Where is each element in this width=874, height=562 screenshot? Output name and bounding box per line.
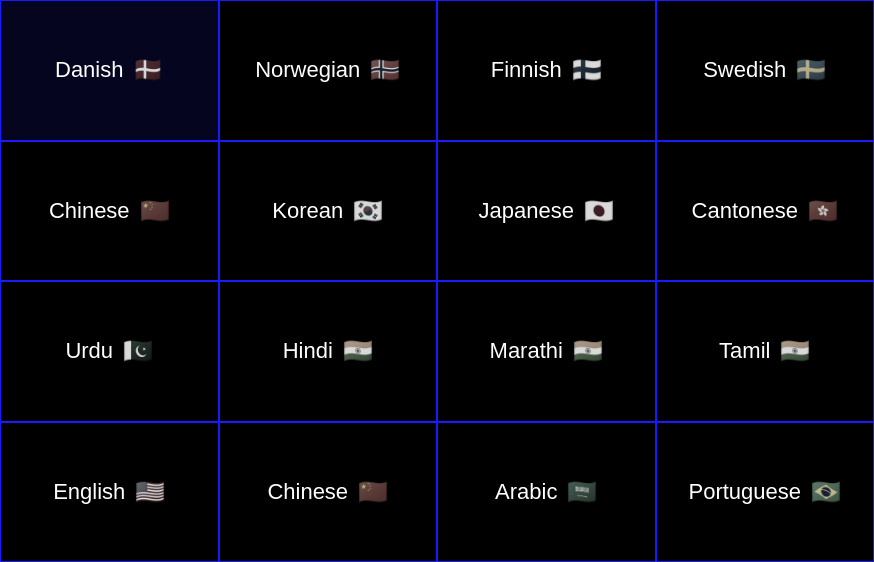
language-label-chinese: Chinese (267, 479, 348, 505)
language-label-finnish: Finnish (491, 57, 562, 83)
language-flag-finnish: 🇫🇮 (572, 56, 602, 84)
language-label-korean: Korean (272, 198, 343, 224)
language-cell-japanese[interactable]: Japanese🇯🇵 (437, 141, 656, 282)
language-label-tamil: Tamil (719, 338, 770, 364)
language-label-arabic: Arabic (495, 479, 557, 505)
language-flag-japanese: 🇯🇵 (584, 197, 614, 225)
language-cell-tamil[interactable]: Tamil🇮🇳 (656, 281, 875, 422)
language-label-portuguese: Portuguese (688, 479, 801, 505)
language-flag-cantonese: 🇭🇰 (808, 197, 838, 225)
language-cell-swedish[interactable]: Swedish🇸🇪 (656, 0, 875, 141)
language-label-marathi: Marathi (490, 338, 563, 364)
language-cell-hindi[interactable]: Hindi🇮🇳 (219, 281, 438, 422)
language-flag-norwegian: 🇳🇴 (370, 56, 400, 84)
language-label-danish: Danish (55, 57, 123, 83)
language-flag-urdu: 🇵🇰 (123, 337, 153, 365)
language-label-urdu: Urdu (65, 338, 113, 364)
language-label-japanese: Japanese (479, 198, 574, 224)
language-cell-norwegian[interactable]: Norwegian🇳🇴 (219, 0, 438, 141)
language-grid: Danish🇩🇰Norwegian🇳🇴Finnish🇫🇮Swedish🇸🇪Chi… (0, 0, 874, 562)
language-label-chinese-cn: Chinese (49, 198, 130, 224)
language-label-english: English (53, 479, 125, 505)
language-flag-chinese: 🇨🇳 (358, 478, 388, 506)
language-cell-finnish[interactable]: Finnish🇫🇮 (437, 0, 656, 141)
language-cell-chinese-cn[interactable]: Chinese🇨🇳 (0, 141, 219, 282)
language-flag-hindi: 🇮🇳 (343, 337, 373, 365)
language-flag-chinese-cn: 🇨🇳 (140, 197, 170, 225)
language-flag-arabic: 🇸🇦 (567, 478, 597, 506)
language-flag-korean: 🇰🇷 (353, 197, 383, 225)
language-cell-marathi[interactable]: Marathi🇮🇳 (437, 281, 656, 422)
language-cell-english[interactable]: English🇺🇸 (0, 422, 219, 563)
language-flag-marathi: 🇮🇳 (573, 337, 603, 365)
language-flag-english: 🇺🇸 (135, 478, 165, 506)
language-label-hindi: Hindi (283, 338, 333, 364)
language-cell-urdu[interactable]: Urdu🇵🇰 (0, 281, 219, 422)
language-cell-portuguese[interactable]: Portuguese🇧🇷 (656, 422, 875, 563)
language-label-swedish: Swedish (703, 57, 786, 83)
language-cell-chinese[interactable]: Chinese🇨🇳 (219, 422, 438, 563)
language-cell-cantonese[interactable]: Cantonese🇭🇰 (656, 141, 875, 282)
language-label-norwegian: Norwegian (255, 57, 360, 83)
language-flag-tamil: 🇮🇳 (780, 337, 810, 365)
language-flag-swedish: 🇸🇪 (796, 56, 826, 84)
language-cell-arabic[interactable]: Arabic🇸🇦 (437, 422, 656, 563)
language-cell-danish[interactable]: Danish🇩🇰 (0, 0, 219, 141)
language-flag-portuguese: 🇧🇷 (811, 478, 841, 506)
language-label-cantonese: Cantonese (692, 198, 798, 224)
language-cell-korean[interactable]: Korean🇰🇷 (219, 141, 438, 282)
language-flag-danish: 🇩🇰 (133, 56, 163, 84)
